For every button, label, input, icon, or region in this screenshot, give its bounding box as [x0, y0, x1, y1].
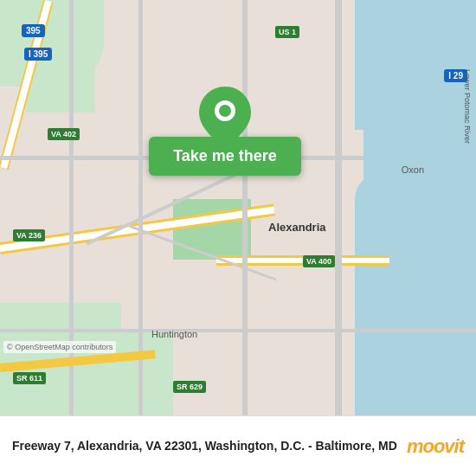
- shield-va402: VA 402: [48, 128, 80, 140]
- water-inlet: [355, 173, 407, 415]
- green-left: [26, 61, 95, 113]
- cta-overlay: Take me there: [134, 87, 316, 176]
- moovit-logo: moovit: [407, 435, 464, 458]
- road-vertical-center: [242, 0, 248, 415]
- water-top-right: [355, 0, 389, 130]
- take-me-there-button[interactable]: Take me there: [149, 137, 301, 176]
- moovit-logo-text: moovit: [407, 435, 464, 458]
- label-alexandria: Alexandria: [268, 221, 325, 234]
- shield-us1: US 1: [275, 26, 299, 38]
- location-info: Freeway 7, Alexandria, VA 22301, Washing…: [12, 438, 398, 453]
- svg-point-1: [219, 105, 231, 117]
- road-vertical-far-left: [69, 0, 74, 415]
- road-vertical-right: [335, 0, 342, 415]
- map-container: 395 I 395 US 1 VA 402 VA 236 VA 400 SR 6…: [0, 0, 476, 415]
- shield-sr629: SR 629: [173, 381, 206, 393]
- bottom-bar: Freeway 7, Alexandria, VA 22301, Washing…: [0, 415, 476, 476]
- svg-point-0: [215, 100, 235, 121]
- green-bottom-center: [121, 329, 173, 415]
- location-title: Freeway 7, Alexandria, VA 22301, Washing…: [12, 438, 398, 453]
